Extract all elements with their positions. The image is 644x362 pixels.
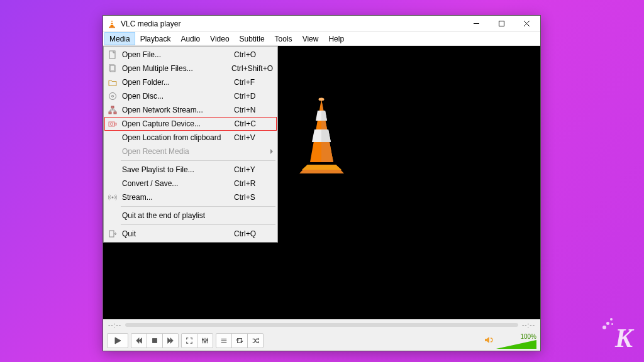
menu-open-folder[interactable]: Open Folder... Ctrl+F [104, 75, 277, 89]
file-icon [107, 50, 118, 60]
menu-open-disc[interactable]: Open Disc... Ctrl+D [104, 89, 277, 103]
menu-video[interactable]: Video [205, 32, 234, 45]
menu-stream[interactable]: Stream... Ctrl+S [104, 190, 277, 204]
stop-button[interactable] [147, 333, 163, 348]
svg-point-12 [112, 96, 114, 97]
menu-save-playlist[interactable]: Save Playlist to File... Ctrl+Y [104, 163, 277, 177]
menubar: Media Playback Audio Video Subtitle Tool… [103, 32, 540, 46]
menu-open-network-stream[interactable]: Open Network Stream... Ctrl+N [104, 103, 277, 117]
menu-media[interactable]: Media [104, 32, 135, 45]
vlc-logo [289, 96, 355, 175]
network-icon [107, 105, 118, 115]
disc-icon [107, 91, 118, 101]
window-title: VLC media player [121, 19, 464, 28]
stream-icon [107, 192, 118, 202]
menu-quit[interactable]: Quit Ctrl+Q [104, 227, 277, 241]
seek-slider[interactable] [125, 323, 518, 327]
folder-icon [107, 77, 118, 87]
svg-marker-51 [241, 341, 243, 343]
menu-subtitle[interactable]: Subtitle [235, 32, 270, 45]
next-button[interactable] [162, 333, 179, 348]
menu-separator [121, 206, 275, 207]
svg-rect-1 [111, 22, 113, 23]
svg-marker-54 [485, 337, 489, 343]
time-total: --:-- [522, 322, 535, 329]
svg-rect-45 [204, 341, 206, 343]
previous-button[interactable] [131, 333, 147, 348]
volume-percent: 100% [520, 333, 536, 340]
menu-tools[interactable]: Tools [270, 32, 297, 45]
svg-point-11 [109, 93, 116, 100]
volume-control: 100% [484, 333, 536, 349]
shuffle-button[interactable] [247, 333, 264, 348]
svg-rect-5 [499, 21, 504, 26]
menu-quit-end-playlist[interactable]: Quit at the end of playlist [104, 209, 277, 222]
svg-rect-2 [111, 24, 114, 25]
time-elapsed: --:-- [108, 322, 121, 329]
close-button[interactable] [514, 16, 539, 31]
menu-playback[interactable]: Playback [135, 32, 176, 45]
svg-marker-50 [236, 339, 238, 340]
menu-audio[interactable]: Audio [175, 32, 205, 45]
maximize-button[interactable] [489, 16, 514, 31]
svg-marker-31 [321, 111, 327, 121]
video-area: Open File... Ctrl+O Open Multiple Files.… [103, 46, 540, 319]
vlc-cone-icon [107, 19, 117, 29]
menu-open-recent-media[interactable]: Open Recent Media [104, 145, 277, 158]
playback-controls: 100% [103, 331, 540, 351]
svg-marker-33 [321, 129, 331, 142]
svg-rect-22 [114, 123, 116, 125]
app-window: VLC media player Media Playback Audio Vi… [103, 15, 541, 351]
menu-convert-save[interactable]: Convert / Save... Ctrl+R [104, 177, 277, 190]
seek-bar-row: --:-- --:-- [103, 319, 540, 331]
brand-dots [597, 318, 614, 331]
minimize-button[interactable] [464, 16, 489, 31]
menu-help[interactable]: Help [323, 32, 349, 45]
menu-separator [121, 224, 275, 225]
svg-marker-37 [139, 338, 142, 344]
svg-rect-38 [153, 339, 157, 343]
svg-point-34 [319, 98, 325, 101]
svg-rect-15 [114, 112, 116, 114]
playlist-button[interactable] [216, 333, 232, 348]
quit-icon [107, 229, 118, 239]
titlebar: VLC media player [103, 16, 540, 32]
svg-rect-44 [203, 339, 204, 340]
svg-point-23 [112, 197, 114, 199]
volume-slider[interactable] [496, 340, 536, 349]
svg-marker-35 [115, 337, 121, 344]
chevron-right-icon [270, 149, 273, 154]
menu-view[interactable]: View [297, 32, 324, 45]
svg-rect-3 [109, 26, 115, 28]
svg-marker-36 [136, 338, 139, 344]
svg-rect-46 [206, 339, 208, 341]
svg-marker-52 [258, 338, 259, 340]
loop-button[interactable] [231, 333, 248, 348]
speaker-icon[interactable] [484, 335, 494, 347]
svg-marker-39 [168, 338, 170, 344]
svg-marker-27 [302, 165, 341, 170]
play-button[interactable] [107, 333, 128, 348]
svg-rect-14 [109, 112, 111, 114]
menu-open-capture-device[interactable]: Open Capture Device... Ctrl+C [104, 117, 277, 131]
svg-rect-24 [109, 231, 114, 237]
brand-logo: K [615, 323, 633, 353]
window-controls [464, 16, 539, 31]
svg-point-21 [110, 123, 113, 126]
svg-marker-40 [170, 338, 173, 344]
menu-separator [121, 160, 275, 161]
menu-open-location-clipboard[interactable]: Open Location from clipboard Ctrl+V [104, 131, 277, 145]
files-icon [107, 63, 118, 74]
fullscreen-button[interactable] [181, 333, 197, 348]
capture-icon [107, 119, 118, 129]
extended-settings-button[interactable] [197, 333, 213, 348]
svg-rect-13 [111, 106, 114, 108]
menu-open-file[interactable]: Open File... Ctrl+O [104, 48, 277, 62]
svg-marker-53 [258, 341, 259, 343]
menu-open-multiple-files[interactable]: Open Multiple Files... Ctrl+Shift+O [104, 62, 277, 75]
svg-rect-8 [109, 51, 115, 58]
svg-marker-0 [110, 20, 114, 27]
media-dropdown: Open File... Ctrl+O Open Multiple Files.… [103, 46, 278, 243]
